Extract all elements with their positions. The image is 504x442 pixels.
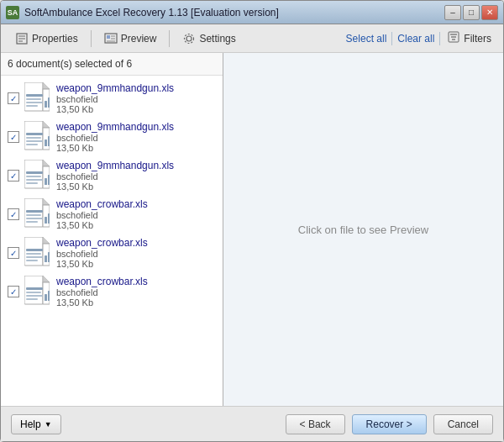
file-size: 13,50 Kb: [56, 143, 216, 153]
minimize-button[interactable]: –: [444, 5, 461, 20]
file-owner: bschofield: [56, 287, 216, 297]
svg-rect-21: [26, 105, 38, 107]
toolbar-divider-2: [169, 30, 170, 47]
help-label: Help: [20, 418, 41, 430]
file-owner: bschofield: [56, 94, 216, 104]
svg-rect-18: [26, 94, 43, 97]
svg-rect-47: [26, 218, 43, 219]
file-info: weapon_crowbar.xls bschofield 13,50 Kb: [56, 276, 216, 308]
svg-rect-64: [26, 292, 41, 293]
svg-point-9: [186, 36, 192, 41]
maximize-button[interactable]: □: [463, 5, 480, 20]
file-info: weapon_crowbar.xls bschofield 13,50 Kb: [56, 237, 216, 269]
svg-rect-37: [26, 176, 41, 177]
file-checkbox[interactable]: [8, 286, 19, 297]
action-divider-2: [439, 32, 440, 45]
window-title: SoftAmbulance Excel Recovery 1.13 [Evalu…: [24, 7, 444, 18]
svg-rect-41: [48, 175, 50, 185]
file-size: 13,50 Kb: [56, 182, 216, 192]
svg-rect-54: [26, 249, 43, 251]
svg-rect-57: [26, 260, 38, 261]
svg-marker-25: [43, 121, 50, 128]
file-checkbox[interactable]: [8, 170, 19, 182]
preview-icon: [104, 32, 118, 45]
svg-rect-5: [107, 35, 110, 39]
svg-rect-30: [26, 144, 38, 145]
file-item[interactable]: weapon_crowbar.xls bschofield 13,50 Kb: [1, 272, 223, 311]
main-window: SA SoftAmbulance Excel Recovery 1.13 [Ev…: [0, 0, 504, 442]
toolbar-divider-1: [91, 30, 92, 47]
app-icon: SA: [6, 6, 19, 19]
svg-rect-63: [26, 287, 43, 290]
file-size: 13,50 Kb: [56, 297, 216, 308]
svg-rect-29: [26, 140, 43, 142]
settings-icon: [182, 32, 196, 45]
close-button[interactable]: ✕: [481, 5, 498, 20]
svg-rect-50: [48, 213, 50, 224]
svg-rect-19: [26, 98, 41, 100]
file-info: weapon_9mmhandgun.xls bschofield 13,50 K…: [56, 160, 216, 192]
back-button[interactable]: < Back: [286, 414, 345, 434]
svg-rect-28: [26, 137, 41, 139]
help-dropdown-icon: ▼: [45, 420, 52, 429]
file-owner: bschofield: [56, 210, 216, 220]
file-icon: [24, 160, 51, 192]
svg-rect-55: [26, 253, 41, 255]
file-checkbox[interactable]: [8, 92, 19, 104]
clear-all-button[interactable]: Clear all: [394, 31, 438, 46]
file-list-header: 6 document(s) selected of 6: [1, 53, 223, 76]
svg-rect-67: [45, 294, 47, 301]
preview-hint: Click on file to see Preview: [298, 224, 428, 236]
svg-rect-31: [45, 139, 47, 146]
file-item[interactable]: weapon_9mmhandgun.xls bschofield 13,50 K…: [1, 79, 223, 118]
content-area: 6 document(s) selected of 6 weapon_9mmha…: [1, 53, 503, 406]
select-all-button[interactable]: Select all: [343, 31, 391, 46]
file-owner: bschofield: [56, 171, 216, 182]
svg-marker-16: [43, 82, 50, 89]
file-icon: [24, 121, 51, 153]
file-owner: bschofield: [56, 133, 216, 143]
preview-label: Preview: [121, 33, 157, 45]
file-name: weapon_9mmhandgun.xls: [56, 121, 216, 133]
file-size: 13,50 Kb: [56, 259, 216, 269]
file-list-panel: 6 document(s) selected of 6 weapon_9mmha…: [1, 53, 223, 406]
cancel-button[interactable]: Cancel: [433, 414, 493, 434]
preview-panel: Click on file to see Preview: [223, 53, 503, 406]
toolbar: Properties Preview: [1, 24, 503, 53]
file-item[interactable]: weapon_crowbar.xls bschofield 13,50 Kb: [1, 234, 223, 272]
file-item[interactable]: weapon_crowbar.xls bschofield 13,50 Kb: [1, 195, 223, 234]
svg-rect-22: [45, 101, 47, 108]
title-bar: SA SoftAmbulance Excel Recovery 1.13 [Ev…: [1, 1, 503, 24]
svg-rect-36: [26, 171, 43, 174]
file-icon: [24, 198, 51, 230]
preview-button[interactable]: Preview: [97, 29, 165, 49]
file-checkbox[interactable]: [8, 131, 19, 143]
settings-button[interactable]: Settings: [175, 29, 243, 49]
svg-rect-38: [26, 179, 43, 181]
svg-rect-46: [26, 214, 41, 216]
file-item[interactable]: weapon_9mmhandgun.xls bschofield 13,50 K…: [1, 118, 223, 156]
file-info: weapon_9mmhandgun.xls bschofield 13,50 K…: [56, 82, 216, 114]
help-button[interactable]: Help ▼: [11, 414, 61, 434]
file-name: weapon_crowbar.xls: [56, 198, 216, 210]
svg-rect-27: [26, 133, 43, 135]
recover-button[interactable]: Recover >: [352, 414, 427, 434]
svg-rect-68: [48, 291, 50, 301]
svg-rect-59: [48, 252, 50, 262]
file-owner: bschofield: [56, 249, 216, 259]
bottom-bar: Help ▼ < Back Recover > Cancel: [1, 406, 503, 441]
properties-button[interactable]: Properties: [8, 29, 86, 49]
file-name: weapon_9mmhandgun.xls: [56, 82, 216, 94]
file-item[interactable]: weapon_9mmhandgun.xls bschofield 13,50 K…: [1, 156, 223, 195]
file-checkbox[interactable]: [8, 247, 19, 259]
svg-rect-20: [26, 102, 43, 103]
window-controls: – □ ✕: [444, 5, 498, 20]
svg-rect-56: [26, 256, 43, 258]
svg-rect-48: [26, 221, 38, 223]
file-checkbox[interactable]: [8, 208, 19, 220]
file-info: weapon_crowbar.xls bschofield 13,50 Kb: [56, 198, 216, 230]
svg-rect-40: [45, 178, 47, 185]
svg-marker-61: [43, 276, 50, 282]
filters-button[interactable]: Filters: [442, 29, 496, 48]
svg-marker-43: [43, 198, 50, 205]
